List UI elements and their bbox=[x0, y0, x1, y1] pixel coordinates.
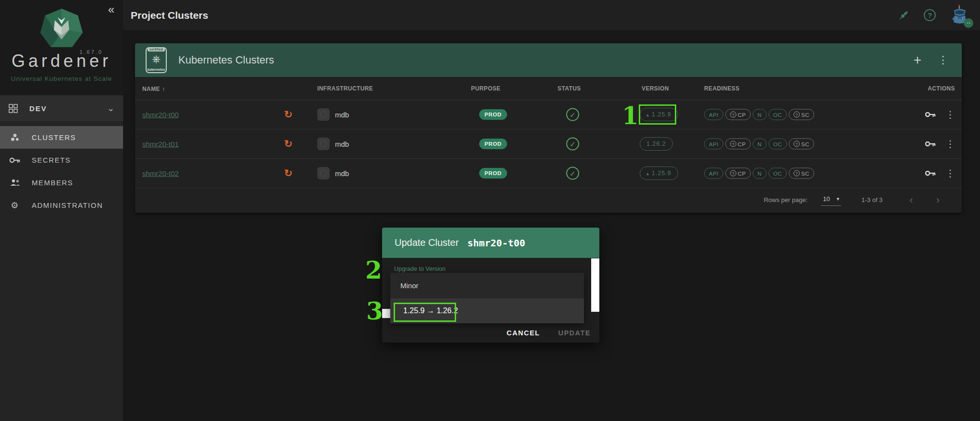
row-menu-button[interactable]: ⋮ bbox=[945, 167, 955, 179]
status-ok-icon[interactable]: ✓ bbox=[566, 167, 579, 180]
readiness-chips: ?API ?CP ?N ?OC ?SC bbox=[704, 168, 814, 179]
status-ok-icon[interactable]: ✓ bbox=[566, 108, 579, 121]
dialog-cluster-name: shmr20-t00 bbox=[467, 237, 525, 249]
readiness-chips: ?API ?CP ?N ?OC ?SC bbox=[704, 139, 814, 150]
brand-section: « 1.67.0 Gardener Universal Kubernetes a… bbox=[0, 0, 123, 95]
readiness-chip-oc[interactable]: ?OC bbox=[769, 168, 787, 179]
kubeconfig-key-icon[interactable] bbox=[925, 112, 936, 117]
add-cluster-button[interactable]: + bbox=[914, 52, 921, 68]
cluster-name-link[interactable]: shmr20-t00 bbox=[142, 111, 179, 119]
readiness-chip-sc[interactable]: ?SC bbox=[789, 109, 814, 120]
card-title: Kubernetes Clusters bbox=[178, 54, 914, 66]
sidebar-item-label: MEMBERS bbox=[32, 179, 73, 187]
row-actions: ⋮ bbox=[925, 167, 955, 179]
topbar: Project Clusters ? bbox=[123, 0, 980, 30]
rows-per-page-select[interactable]: 10 ▾ bbox=[821, 194, 841, 206]
kubernetes-certified-badge: certified ⎈ kubernetes bbox=[146, 47, 167, 73]
help-icon[interactable]: ? bbox=[924, 9, 936, 21]
readiness-chip-oc[interactable]: ?OC bbox=[769, 139, 787, 150]
update-available-icon[interactable]: ↻ bbox=[284, 167, 293, 179]
readiness-chip-oc[interactable]: ?OC bbox=[769, 109, 787, 120]
table-row: shmr20-t01 ↻ mdb PROD ✓ ▴ 1.26.2 ?API ?C… bbox=[135, 129, 962, 159]
readiness-chip-n[interactable]: ?N bbox=[753, 139, 767, 150]
column-status[interactable]: STATUS bbox=[558, 85, 581, 92]
readiness-chip-api[interactable]: ?API bbox=[704, 109, 723, 120]
column-name[interactable]: NAME↑ bbox=[142, 85, 165, 92]
readiness-chip-cp[interactable]: ?CP bbox=[725, 139, 751, 150]
rows-per-page-label: Rows per page: bbox=[764, 196, 807, 204]
gardener-logo bbox=[39, 8, 84, 50]
sort-asc-icon: ↑ bbox=[162, 85, 165, 92]
column-readiness[interactable]: READINESS bbox=[704, 85, 740, 92]
app-version: 1.67.0 bbox=[79, 49, 103, 55]
table-row: shmr20-t02 ↻ mdb PROD ✓ ▴ 1.25.9 ?API ?C… bbox=[135, 159, 962, 188]
readiness-chip-n[interactable]: ?N bbox=[753, 109, 767, 120]
previous-page-button[interactable]: ‹ bbox=[909, 195, 913, 205]
page-title: Project Clusters bbox=[131, 10, 898, 21]
project-grid-icon bbox=[9, 104, 18, 113]
table-header: NAME↑ INFRASTRUCTURE PURPOSE STATUS VERS… bbox=[135, 77, 962, 100]
table-footer: Rows per page: 10 ▾ 1-3 of 3 ‹ › bbox=[135, 188, 962, 212]
status-ok-icon[interactable]: ✓ bbox=[566, 138, 579, 151]
sidebar-item-label: ADMINISTRATION bbox=[32, 201, 103, 209]
row-menu-button[interactable]: ⋮ bbox=[945, 109, 955, 120]
infrastructure-provider-icon bbox=[317, 108, 330, 121]
version-chip[interactable]: ▴ 1.26.2 bbox=[640, 137, 673, 151]
readiness-chip-api[interactable]: ?API bbox=[704, 168, 723, 179]
readiness-chip-api[interactable]: ?API bbox=[704, 139, 723, 150]
next-page-button[interactable]: › bbox=[936, 195, 940, 205]
clusters-icon bbox=[9, 133, 21, 142]
unknown-state-icon: ? bbox=[730, 112, 736, 118]
update-cluster-dialog: Update Cluster shmr20-t00 Upgrade to Ver… bbox=[382, 228, 599, 343]
card-menu-button[interactable]: ⋮ bbox=[938, 54, 948, 66]
members-icon bbox=[9, 179, 21, 186]
chevron-down-icon: ⌄ bbox=[107, 103, 114, 114]
sidebar-collapse-icon[interactable]: « bbox=[108, 3, 114, 16]
pagination-range: 1-3 of 3 bbox=[861, 196, 882, 204]
cluster-name-link[interactable]: shmr20-t02 bbox=[142, 169, 179, 178]
unknown-state-icon: ? bbox=[794, 170, 800, 177]
row-menu-button[interactable]: ⋮ bbox=[945, 138, 955, 150]
unknown-state-icon: ? bbox=[794, 112, 800, 118]
dialog-header: Update Cluster shmr20-t00 bbox=[382, 228, 599, 258]
sidebar-item-label: SECRETS bbox=[32, 156, 71, 164]
update-button[interactable]: UPDATE bbox=[558, 329, 591, 337]
dropdown-option-minor[interactable]: Minor bbox=[390, 273, 584, 298]
update-available-icon[interactable]: ↻ bbox=[284, 138, 293, 150]
column-purpose[interactable]: PURPOSE bbox=[471, 85, 500, 92]
kubeconfig-key-icon[interactable] bbox=[925, 170, 936, 176]
avatar[interactable]: ⌁⌁ bbox=[950, 5, 969, 26]
infrastructure-provider-icon bbox=[317, 167, 330, 179]
project-selector[interactable]: DEV ⌄ bbox=[0, 95, 123, 121]
column-infrastructure[interactable]: INFRASTRUCTURE bbox=[317, 85, 373, 92]
column-version[interactable]: VERSION bbox=[642, 85, 669, 92]
cluster-name-link[interactable]: shmr20-t01 bbox=[142, 140, 179, 148]
sidebar-item-members[interactable]: MEMBERS bbox=[0, 171, 123, 194]
app-name: Gardener bbox=[0, 51, 123, 71]
cancel-button[interactable]: CANCEL bbox=[507, 329, 540, 337]
purpose-badge: PROD bbox=[479, 168, 507, 179]
upgrade-version-label: Upgrade to Version bbox=[394, 266, 446, 272]
readiness-chip-n[interactable]: ?N bbox=[753, 168, 767, 179]
sidebar-item-label: CLUSTERS bbox=[32, 133, 76, 141]
unknown-state-icon: ? bbox=[730, 141, 736, 147]
readiness-chip-sc[interactable]: ?SC bbox=[789, 139, 814, 150]
infrastructure-provider-icon bbox=[317, 138, 330, 150]
select-menu-surface bbox=[591, 258, 599, 312]
sidebar-item-administration[interactable]: ⚙ ADMINISTRATION bbox=[0, 194, 123, 217]
kubeconfig-key-icon[interactable] bbox=[925, 141, 936, 147]
chevron-down-icon: ▾ bbox=[837, 196, 840, 202]
readiness-chip-cp[interactable]: ?CP bbox=[725, 109, 751, 120]
readiness-chip-cp[interactable]: ?CP bbox=[725, 168, 751, 179]
terminal-connection-icon[interactable] bbox=[898, 10, 909, 21]
infrastructure-name: mdb bbox=[335, 111, 349, 119]
readiness-chip-sc[interactable]: ?SC bbox=[789, 168, 814, 179]
sidebar-item-secrets[interactable]: SECRETS bbox=[0, 149, 123, 171]
dialog-title: Update Cluster bbox=[395, 237, 459, 248]
purpose-badge: PROD bbox=[479, 139, 507, 149]
dialog-body: Upgrade to Version Minor 1.25.9 → 1.26.2… bbox=[382, 258, 599, 343]
sidebar-item-clusters[interactable]: CLUSTERS bbox=[0, 126, 123, 149]
update-available-icon[interactable]: ↻ bbox=[284, 109, 293, 120]
readiness-chips: ?API ?CP ?N ?OC ?SC bbox=[704, 109, 814, 120]
version-chip[interactable]: ▴ 1.25.9 bbox=[640, 166, 678, 180]
